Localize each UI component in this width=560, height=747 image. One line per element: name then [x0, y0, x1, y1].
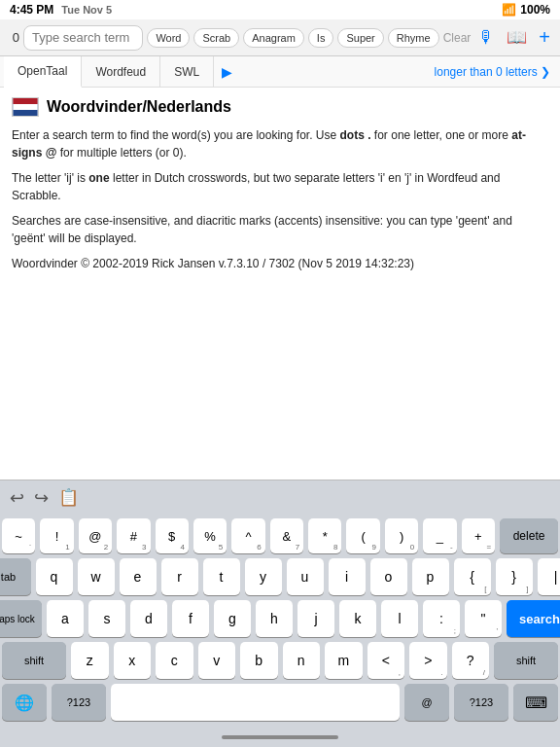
key-backslash[interactable]: |\	[538, 558, 561, 595]
num-switch-key-right[interactable]: ?123	[454, 684, 508, 721]
tab-opentaal[interactable]: OpenTaal	[4, 56, 82, 88]
undo-icon[interactable]: ↩	[10, 487, 24, 509]
key-underscore[interactable]: _-	[423, 518, 456, 553]
caps-lock-key[interactable]: caps lock	[0, 600, 42, 637]
key-exclaim[interactable]: !1	[40, 518, 73, 553]
search-count: 0	[6, 30, 19, 45]
key-s[interactable]: s	[88, 600, 125, 637]
key-b[interactable]: b	[240, 642, 278, 679]
clear-button[interactable]: Clear	[443, 31, 472, 45]
key-question[interactable]: ?/	[452, 642, 490, 679]
bookmark-icon[interactable]: 📖	[503, 25, 531, 50]
space-key[interactable]	[111, 684, 400, 721]
tab-key[interactable]: tab	[0, 558, 31, 595]
key-i[interactable]: i	[329, 558, 366, 595]
status-time: 4:45 PM	[10, 3, 53, 17]
keyboard-area: ↩ ↪ 📋 ~` !1 @2 #3 $4 %5 ^6 &7 *8 (9 )0 _…	[0, 480, 560, 747]
is-button[interactable]: Is	[308, 28, 334, 48]
keyboard-zxcv-row: shift z x c v b n m <, >. ?/ shift	[2, 642, 558, 679]
key-e[interactable]: e	[120, 558, 157, 595]
key-o[interactable]: o	[370, 558, 407, 595]
help-para-2: The letter 'ij' is one letter in Dutch c…	[12, 169, 548, 204]
key-plus[interactable]: +=	[462, 518, 495, 553]
key-l[interactable]: l	[381, 600, 418, 637]
key-m[interactable]: m	[325, 642, 363, 679]
dutch-flag	[12, 97, 39, 117]
keyboard: ~` !1 @2 #3 $4 %5 ^6 &7 *8 (9 )0 _- += d…	[0, 515, 560, 728]
at-sign-key[interactable]: @	[404, 684, 449, 721]
shift-left-key[interactable]: shift	[2, 642, 66, 679]
key-h[interactable]: h	[256, 600, 293, 637]
search-input[interactable]	[32, 30, 134, 45]
key-caret[interactable]: ^6	[231, 518, 264, 553]
help-para-1: Enter a search term to find the word(s) …	[12, 126, 548, 161]
key-n[interactable]: n	[283, 642, 321, 679]
key-gt[interactable]: >.	[409, 642, 447, 679]
key-f[interactable]: f	[172, 600, 209, 637]
status-bar: 4:45 PM Tue Nov 5 📶 100%	[0, 0, 560, 19]
key-u[interactable]: u	[287, 558, 324, 595]
key-a[interactable]: a	[47, 600, 84, 637]
key-v[interactable]: v	[198, 642, 236, 679]
svg-rect-2	[13, 98, 37, 104]
key-lparen[interactable]: (9	[346, 518, 379, 553]
key-star[interactable]: *8	[308, 518, 341, 553]
wifi-icon: 📶	[502, 3, 516, 17]
redo-icon[interactable]: ↪	[34, 487, 49, 509]
key-lt[interactable]: <,	[368, 642, 405, 679]
globe-key[interactable]: 🌐	[2, 684, 47, 721]
key-q[interactable]: q	[36, 558, 73, 595]
key-g[interactable]: g	[214, 600, 251, 637]
language-header: Woordvinder/Nederlands	[12, 97, 548, 117]
key-c[interactable]: c	[156, 642, 193, 679]
keyboard-bottom-row: 🌐 ?123 @ ?123 ⌨	[2, 684, 558, 721]
rhyme-button[interactable]: Rhyme	[388, 28, 439, 48]
hide-keyboard-key[interactable]: ⌨	[513, 684, 558, 721]
key-tilde[interactable]: ~`	[2, 518, 35, 553]
microphone-icon[interactable]: 🎙	[474, 26, 499, 50]
search-input-wrapper[interactable]	[23, 25, 143, 51]
scrab-button[interactable]: Scrab	[193, 28, 239, 48]
keyboard-asdf-row: caps lock a s d f g h j k l :; "' search	[2, 600, 558, 637]
tabs-filter-label[interactable]: longer than 0 letters ❯	[435, 65, 560, 79]
key-k[interactable]: k	[339, 600, 376, 637]
key-percent[interactable]: %5	[193, 518, 227, 553]
key-z[interactable]: z	[71, 642, 109, 679]
anagram-button[interactable]: Anagram	[243, 28, 304, 48]
key-at[interactable]: @2	[79, 518, 112, 553]
delete-key[interactable]: delete	[500, 518, 558, 553]
key-y[interactable]: y	[245, 558, 282, 595]
key-dollar[interactable]: $4	[156, 518, 189, 553]
key-semicolon[interactable]: :;	[423, 600, 460, 637]
shift-right-key[interactable]: shift	[494, 642, 558, 679]
keyboard-num-row: ~` !1 @2 #3 $4 %5 ^6 &7 *8 (9 )0 _- += d…	[2, 518, 558, 553]
key-j[interactable]: j	[298, 600, 334, 637]
key-r[interactable]: r	[161, 558, 198, 595]
num-switch-key-left[interactable]: ?123	[52, 684, 106, 721]
home-indicator-area	[0, 728, 560, 747]
add-icon[interactable]: +	[535, 24, 554, 51]
word-button[interactable]: Word	[147, 28, 190, 48]
key-hash[interactable]: #3	[117, 518, 150, 553]
key-d[interactable]: d	[130, 600, 167, 637]
copyright-text: Woordvinder © 2002-2019 Rick Jansen v.7.…	[12, 255, 548, 272]
key-w[interactable]: w	[78, 558, 115, 595]
paste-icon[interactable]: 📋	[58, 487, 79, 508]
key-lbrace[interactable]: {[	[454, 558, 491, 595]
keyboard-toolbar: ↩ ↪ 📋	[0, 480, 560, 515]
key-rparen[interactable]: )0	[385, 518, 418, 553]
tab-swl[interactable]: SWL	[160, 56, 214, 88]
key-rbrace[interactable]: }]	[496, 558, 533, 595]
key-amp[interactable]: &7	[270, 518, 303, 553]
tabs-bar: OpenTaal Wordfeud SWL ▶ longer than 0 le…	[0, 56, 560, 88]
key-t[interactable]: t	[203, 558, 240, 595]
super-button[interactable]: Super	[337, 28, 383, 48]
key-quote[interactable]: "'	[465, 600, 502, 637]
key-p[interactable]: p	[412, 558, 449, 595]
language-title: Woordvinder/Nederlands	[47, 98, 231, 116]
search-key[interactable]: search	[507, 600, 560, 637]
tab-wordfeud[interactable]: Wordfeud	[82, 56, 160, 88]
key-x[interactable]: x	[114, 642, 152, 679]
tabs-more-arrow[interactable]: ▶	[214, 64, 240, 80]
help-para-3: Searches are case-insensitive, and diacr…	[12, 212, 548, 247]
